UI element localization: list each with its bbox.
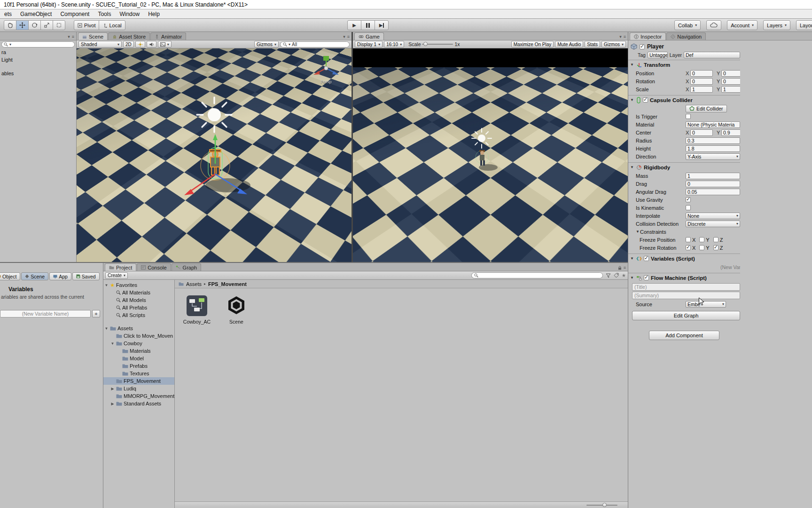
mute-audio-toggle[interactable]: Mute Audio [555, 41, 583, 48]
hierarchy-item[interactable]: ables [0, 70, 76, 77]
project-tree-item-favorites[interactable]: ▼★Favorites [103, 281, 174, 289]
account-dropdown[interactable]: Account▾ [727, 20, 757, 30]
menu-item-help[interactable]: Help [144, 9, 164, 18]
tab-scene[interactable]: Scene [78, 32, 108, 40]
property-dropdown[interactable]: None▾ [686, 213, 740, 219]
axis-checkbox[interactable] [713, 237, 718, 242]
tree-foldout-icon[interactable]: ▶ [110, 402, 115, 406]
project-tree-item-model[interactable]: Model [103, 355, 174, 362]
variables-tab-object[interactable]: Object [0, 272, 20, 280]
create-dropdown[interactable]: Create▾ [105, 272, 128, 279]
project-tree-item-standard-assets[interactable]: ▶Standard Assets [103, 400, 174, 407]
cloud-button[interactable] [706, 20, 721, 30]
gameobject-active-checkbox[interactable] [640, 44, 645, 49]
layout-dropdown[interactable]: Layout▾ [796, 20, 812, 30]
project-tree-item-prefabs[interactable]: Prefabs [103, 362, 174, 370]
placeholder-field[interactable]: (Title) [632, 283, 740, 291]
hand-tool-button[interactable] [4, 20, 16, 30]
axis-value-field[interactable]: 0 [721, 78, 740, 85]
project-tree-item-fps-movement[interactable]: FPS_Movement [103, 377, 174, 385]
project-tree-item-cowboy[interactable]: ▼Cowboy [103, 340, 174, 347]
effects-dropdown[interactable]: ▾ [158, 41, 172, 48]
panel-menu-icon[interactable]: ≡ [624, 265, 626, 270]
pivot-toggle-button[interactable]: Pivot [74, 20, 99, 30]
edit-graph-button[interactable]: Edit Graph [632, 311, 740, 320]
maximize-on-play-toggle[interactable]: Maximize On Play [511, 41, 554, 48]
add-variable-button[interactable]: + [92, 310, 100, 318]
lighting-toggle-button[interactable] [135, 41, 145, 48]
new-variable-hint[interactable]: (New Vari [720, 264, 740, 270]
draw-mode-dropdown[interactable]: Shaded▾ [78, 41, 122, 48]
rect-tool-button[interactable] [53, 20, 65, 30]
game-viewport[interactable] [353, 48, 628, 262]
axis-checkbox[interactable] [699, 245, 704, 250]
axis-value-field[interactable]: 1 [721, 86, 740, 93]
tag-dropdown[interactable]: Untagged▾ [648, 52, 668, 58]
menu-item-window[interactable]: Window [115, 9, 144, 18]
local-toggle-button[interactable]: Local [99, 20, 125, 30]
display-dropdown[interactable]: Display 1▾ [355, 41, 383, 48]
stats-toggle[interactable]: Stats [585, 41, 600, 48]
foldout-arrow-icon[interactable]: ▼ [630, 98, 634, 102]
add-component-button[interactable]: Add Component [649, 331, 719, 340]
panel-menu-icon[interactable]: ≡ [72, 34, 74, 39]
scene-orientation-gizmo[interactable]: Persp [311, 55, 341, 84]
variables-tab-saved[interactable]: Saved [72, 272, 100, 280]
panel-dropdown-icon[interactable]: ▾ [343, 34, 345, 39]
tab-asset-store[interactable]: Asset Store [108, 32, 150, 40]
property-dropdown[interactable]: Y-Axis▾ [686, 153, 740, 160]
panel-dropdown-icon[interactable]: ▾ [68, 34, 70, 39]
play-button[interactable]: ▶ [347, 20, 361, 30]
hierarchy-item[interactable]: ra [0, 48, 76, 56]
projection-label[interactable]: Persp [311, 79, 341, 84]
menu-item-component[interactable]: Component [56, 9, 94, 18]
tab-graph[interactable]: Graph [172, 263, 202, 271]
variables-tab-app[interactable]: App [49, 272, 71, 280]
menu-item-ets[interactable]: ets [0, 9, 16, 18]
scale-tool-button[interactable] [40, 20, 53, 30]
project-tree-item-all-scripts[interactable]: All Scripts [103, 311, 174, 319]
component-header[interactable]: ▼Rigidbody [628, 163, 740, 172]
lock-icon[interactable] [618, 266, 622, 270]
tab-animator[interactable]: Animator [150, 32, 186, 40]
axis-value-field[interactable]: 0.9 [721, 129, 740, 136]
project-tree-item-mmorpg-movement[interactable]: MMORPG_Movement [103, 392, 174, 400]
project-tree-item-textures[interactable]: Textures [103, 370, 174, 377]
panel-menu-icon[interactable]: ≡ [624, 34, 626, 39]
2d-toggle-button[interactable]: 2D [123, 41, 134, 48]
project-tree-item-ludiq[interactable]: ▶Ludiq [103, 385, 174, 392]
game-gizmos-dropdown[interactable]: Gizmos▾ [601, 41, 626, 48]
axis-checkbox[interactable] [686, 237, 691, 242]
scene-gizmos-dropdown[interactable]: Gizmos▾ [254, 41, 279, 48]
tab-console[interactable]: Console [137, 263, 171, 271]
foldout-arrow-icon[interactable]: ▼ [630, 165, 634, 169]
foldout-arrow-icon[interactable]: ▼ [636, 230, 640, 234]
project-tree-item-all-models[interactable]: All Models [103, 296, 174, 304]
axis-value-field[interactable]: 0 [690, 78, 713, 85]
axis-checkbox[interactable] [686, 245, 691, 250]
tab-navigation[interactable]: Navigation [666, 32, 706, 40]
foldout-arrow-icon[interactable]: ▼ [630, 63, 634, 67]
property-dropdown[interactable]: Discrete▾ [686, 221, 740, 227]
value-field[interactable]: 0.3 [686, 137, 740, 144]
axis-value-field[interactable]: 1 [690, 86, 713, 93]
tab-inspector[interactable]: Inspector [630, 32, 666, 40]
layer-dropdown[interactable]: Def [684, 52, 740, 58]
component-header[interactable]: ▼Transform [628, 60, 740, 69]
collab-dropdown[interactable]: Collab▾ [674, 20, 701, 30]
property-checkbox[interactable] [686, 114, 691, 119]
placeholder-field[interactable]: (Summary) [632, 292, 740, 299]
thumbnail-size-slider[interactable] [586, 505, 617, 506]
component-header[interactable]: ▼Flow Machine (Script) [628, 273, 740, 282]
scene-search-input[interactable]: ▾ All [280, 41, 350, 48]
foldout-arrow-icon[interactable]: ▼ [630, 256, 634, 261]
asset-item-cowboy-ac[interactable]: Cowboy_AC [182, 295, 211, 501]
pause-button[interactable] [361, 20, 375, 30]
tree-foldout-icon[interactable]: ▼ [104, 283, 109, 287]
component-enabled-checkbox[interactable] [644, 256, 649, 261]
value-field[interactable]: 1.8 [686, 145, 740, 152]
project-tree-item-all-materials[interactable]: All Materials [103, 289, 174, 296]
hierarchy-search-input[interactable]: ▾ [1, 41, 75, 48]
project-search-input[interactable] [471, 272, 603, 278]
search-by-label-icon[interactable] [614, 273, 619, 278]
